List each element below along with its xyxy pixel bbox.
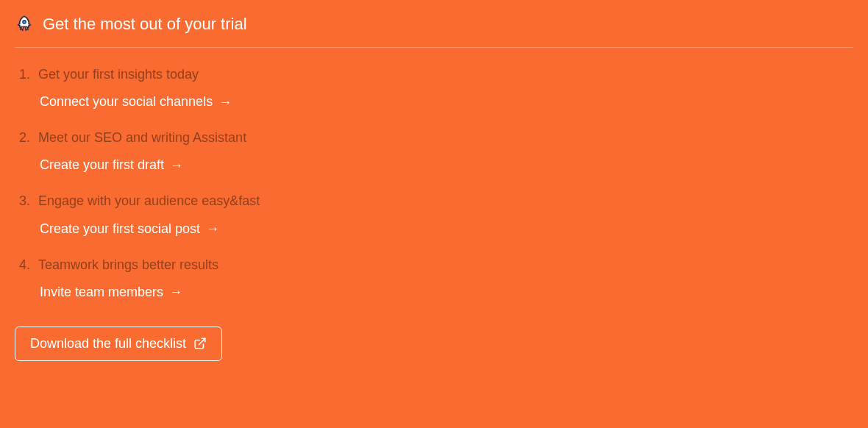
step-description-text: Teamwork brings better results — [38, 256, 218, 274]
external-link-icon — [193, 337, 207, 350]
step-action-create-post[interactable]: Create your first social post → — [19, 221, 219, 237]
onboarding-steps-list: Get your first insights today Connect yo… — [15, 65, 853, 300]
header-title: Get the most out of your trial — [43, 15, 247, 34]
arrow-right-icon: → — [170, 159, 183, 172]
step-description-text: Get your first insights today — [38, 65, 199, 84]
onboarding-header: Get the most out of your trial — [15, 15, 853, 48]
svg-point-0 — [23, 21, 26, 24]
download-checklist-button[interactable]: Download the full checklist — [15, 327, 222, 361]
step-action-create-draft[interactable]: Create your first draft → — [19, 157, 183, 173]
step-description: Engage with your audience easy&fast — [19, 192, 853, 210]
step-description: Teamwork brings better results — [19, 256, 853, 274]
step-item-1: Get your first insights today Connect yo… — [19, 65, 853, 110]
rocket-icon — [15, 15, 34, 34]
step-description-text: Meet our SEO and writing Assistant — [38, 129, 246, 147]
arrow-right-icon: → — [218, 96, 232, 109]
step-item-2: Meet our SEO and writing Assistant Creat… — [19, 129, 853, 173]
step-action-invite-team[interactable]: Invite team members → — [19, 285, 182, 300]
step-description: Get your first insights today — [19, 65, 853, 84]
download-button-label: Download the full checklist — [30, 336, 186, 352]
step-action-label: Connect your social channels — [40, 94, 213, 110]
svg-line-1 — [199, 339, 205, 345]
step-item-4: Teamwork brings better results Invite te… — [19, 256, 853, 300]
step-description-text: Engage with your audience easy&fast — [38, 192, 260, 210]
arrow-right-icon: → — [169, 285, 182, 299]
step-action-label: Invite team members — [40, 285, 163, 300]
step-action-label: Create your first draft — [40, 157, 164, 173]
step-action-connect-channels[interactable]: Connect your social channels → — [19, 94, 232, 110]
step-action-label: Create your first social post — [40, 221, 200, 237]
step-description: Meet our SEO and writing Assistant — [19, 129, 853, 147]
step-item-3: Engage with your audience easy&fast Crea… — [19, 192, 853, 236]
arrow-right-icon: → — [206, 222, 219, 235]
